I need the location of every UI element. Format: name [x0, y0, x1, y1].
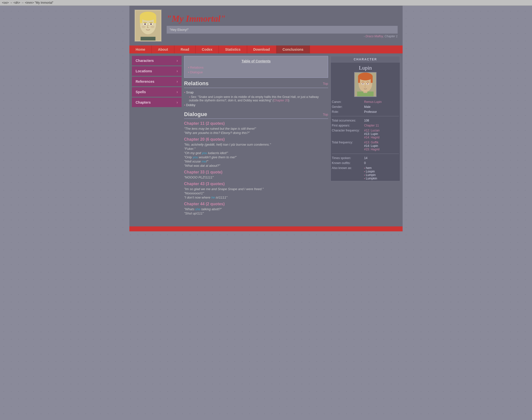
svg-point-25 — [367, 83, 368, 84]
sidebar-label-spells: Spells — [136, 90, 146, 94]
char-total-freq-value: #13: Goffik #14: Lupin #15: Hagrid — [363, 140, 400, 152]
svg-line-12 — [150, 22, 152, 23]
nav-conclusions[interactable]: Conclusions — [276, 45, 310, 53]
quote-20-6: "What was dat al about?" — [184, 164, 328, 168]
chapter-20-header[interactable]: Chapter 20 (6 quotes) — [184, 137, 328, 142]
quote-20-3: "Oh my god you ludacris idiot!" — [184, 151, 328, 155]
char-freq-value: #12: Lucian #13: Lupin #14: Hagrid — [363, 128, 400, 140]
header-quote: "Hey Ebony!" — [167, 26, 398, 34]
dialogue-header: Dialogue Top — [184, 111, 328, 119]
quote-20-1: "No, actshelly (geddit, hell) kan I plz … — [184, 143, 328, 146]
site-title: "My Immortal" — [167, 13, 398, 24]
char-freq-row: Character frequency: #12: Lucian #13: Lu… — [331, 128, 400, 140]
chevron-right-icon: › — [177, 69, 178, 73]
nav-about[interactable]: About — [152, 45, 174, 53]
toc-link-relations[interactable]: Relations — [188, 65, 324, 70]
toc-link-dialogue[interactable]: Dialogue — [188, 70, 324, 75]
svg-line-11 — [144, 22, 147, 23]
char-occurrences-label: Total occurrences: — [331, 118, 363, 123]
sidebar-item-references[interactable]: References › — [132, 77, 182, 86]
char-canon-label: Canon: — [331, 99, 363, 104]
nav-read[interactable]: Read — [174, 45, 195, 53]
relations-section: Relations Top Snap Sex: "Snake and Loopi… — [184, 80, 328, 107]
nav-home[interactable]: Home — [129, 45, 152, 53]
char-aka-row: Also known as: hem Loopin Lumpin Lumpkin — [331, 166, 400, 181]
char-total-freq-label: Total frequency: — [331, 140, 363, 152]
quote-43-1: "Im so glad we me and Snape Snape and I … — [184, 187, 328, 191]
char-aka-value: hem Loopin Lumpin Lumpkin — [363, 166, 400, 181]
chapter-20-link[interactable]: Chapter 20 — [273, 99, 288, 102]
nav-bar: Home About Read Codex Statistics Downloa… — [129, 45, 403, 53]
header-avatar — [134, 9, 162, 42]
chapter-44-header[interactable]: Chapter 44 (2 quotes) — [184, 202, 328, 206]
quote-11-1: "The lens may be ruined but the tape is … — [184, 127, 328, 130]
dialogue-title: Dialogue — [184, 111, 207, 118]
char-first-appears-row: First appears: Chapter 11 — [331, 123, 400, 128]
relations-title: Relations — [184, 80, 209, 87]
nav-download[interactable]: Download — [247, 45, 276, 53]
quote-20-5: "Well xcuse me!" — [184, 160, 328, 163]
relation-snap-sub: Sex: "Snake and Loopin were in da middle… — [184, 95, 328, 103]
dialogue-chapter-11: Chapter 11 (2 quotes) "The lens may be r… — [184, 121, 328, 135]
char-spoken-row: Times spoken: 14 — [331, 156, 400, 161]
header-attribution: - Draco Malfoy, Chapter 1 — [167, 35, 398, 38]
chapter-33-header[interactable]: Chapter 33 (1 quote) — [184, 170, 328, 174]
nav-codex[interactable]: Codex — [196, 45, 219, 53]
char-outfits-row: Known outfits: 0 — [331, 161, 400, 166]
char-total-freq-row: Total frequency: #13: Goffik #14: Lupin … — [331, 140, 400, 152]
char-info-table: Canon: Remus Lupin Gender: Male Role: Pr… — [331, 99, 400, 181]
svg-point-10 — [150, 23, 152, 25]
char-gender-label: Gender: — [331, 104, 363, 109]
char-occurrences-value: 108 — [363, 118, 400, 123]
quote-20-2: "Fuker." — [184, 147, 328, 151]
sidebar-item-locations[interactable]: Locations › — [132, 66, 182, 76]
char-canon-value: Remus Lupin — [364, 100, 382, 104]
char-gender-row: Gender: Male — [331, 104, 400, 109]
svg-rect-21 — [371, 76, 373, 83]
svg-point-14 — [151, 26, 154, 28]
relation-dobby: Dobby — [184, 103, 328, 107]
char-occurrences-row: Total occurrences: 108 — [331, 118, 400, 123]
chapter-11-header[interactable]: Chapter 11 (2 quotes) — [184, 121, 328, 126]
quote-44-2: "Shut up!111" — [184, 211, 328, 215]
main-content: Table of Contents Relations Dialogue Rel… — [184, 56, 328, 219]
sidebar-label-references: References — [136, 80, 154, 84]
char-first-appears-label: First appears: — [331, 123, 363, 128]
sidebar-item-chapters[interactable]: Chapters › — [132, 98, 182, 107]
dialogue-top-link[interactable]: Top — [323, 113, 328, 116]
char-outfits-value: 0 — [363, 161, 400, 166]
char-gender-value: Male — [363, 104, 400, 109]
relations-header: Relations Top — [184, 80, 328, 88]
svg-rect-6 — [154, 16, 156, 23]
dialogue-chapter-43: Chapter 43 (3 quotes) "Im so glad we me … — [184, 182, 328, 199]
chapter-43-header[interactable]: Chapter 43 (3 quotes) — [184, 182, 328, 186]
char-aka-label: Also known as: — [331, 166, 363, 181]
header-text: "My Immortal" "Hey Ebony!" - Draco Malfo… — [167, 13, 398, 38]
sidebar-label-locations: Locations — [136, 69, 152, 73]
relation-snap: Snap — [184, 90, 328, 95]
browser-bar: <oo> → <dh> → <imm> "My Immortal" — [0, 0, 532, 6]
sidebar-label-characters: Characters — [136, 59, 154, 63]
char-panel-title: CHARACTER — [331, 56, 400, 63]
quote-11-2: "Why are youwho is this? Ebony? doing th… — [184, 131, 328, 135]
sidebar-item-spells[interactable]: Spells › — [132, 87, 182, 97]
chevron-right-icon: › — [177, 79, 178, 84]
svg-rect-20 — [358, 76, 360, 83]
nav-statistics[interactable]: Statistics — [219, 45, 247, 53]
chevron-right-icon: › — [177, 90, 178, 94]
svg-rect-5 — [140, 16, 142, 23]
relations-top-link[interactable]: Top — [323, 82, 328, 85]
svg-point-9 — [144, 23, 146, 25]
sidebar-label-chapters: Chapters — [136, 100, 151, 104]
quote-43-2: "Nooooooo!1" — [184, 191, 328, 195]
char-spoken-value: 14 — [363, 156, 400, 161]
char-freq-label: Character frequency: — [331, 128, 363, 140]
char-canon-row: Canon: Remus Lupin — [331, 99, 400, 104]
char-outfits-label: Known outfits: — [331, 161, 363, 166]
quote-20-4: "Only you wouldn't give them to me!" — [184, 155, 328, 159]
sidebar: Characters › Locations › References › Sp… — [132, 56, 182, 219]
toc-title: Table of Contents — [188, 59, 324, 63]
svg-rect-2 — [141, 37, 155, 41]
char-name: Lupin — [331, 63, 400, 72]
sidebar-item-characters[interactable]: Characters › — [132, 56, 182, 65]
